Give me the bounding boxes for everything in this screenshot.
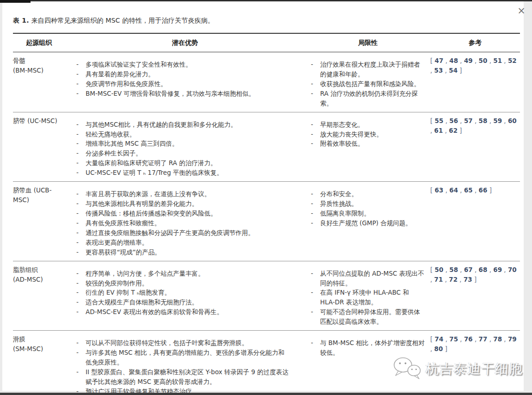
ref-separator: ,: [458, 266, 464, 273]
ref-link[interactable]: 56: [449, 117, 458, 124]
ref-link[interactable]: 51: [493, 57, 502, 64]
ref-separator: ,: [458, 117, 464, 124]
bullet-text: 分泌多种生长因子。: [86, 148, 290, 158]
ref-separator: ,: [473, 117, 479, 124]
ref-close-bracket: ]: [458, 67, 462, 74]
ref-open-bracket: [: [430, 186, 435, 194]
bullet-dash: -: [311, 209, 320, 218]
ref-link[interactable]: 52: [508, 57, 517, 64]
bullet-text: 传播风险低：移植后传播感染和突变的风险低。: [86, 209, 290, 218]
ref-link[interactable]: 65: [464, 186, 473, 194]
ref-link[interactable]: 53: [434, 67, 443, 74]
close-icon[interactable]: ×: [514, 4, 528, 18]
table-caption-text: 来自四种常见来源组织的 MSC 的特性，用于治疗关节炎疾病。: [29, 17, 214, 24]
ref-link[interactable]: 50: [479, 57, 488, 64]
bullet-item: -更容易获得“现成”的产品。: [76, 247, 290, 257]
ref-link[interactable]: 72: [449, 276, 458, 283]
ref-link[interactable]: 64: [449, 186, 458, 194]
bullet-dash: -: [76, 278, 86, 288]
table-caption: 表 1. 来自四种常见来源组织的 MSC 的特性，用于治疗关节炎疾病。: [13, 17, 214, 25]
ref-link[interactable]: 74: [435, 335, 444, 343]
ref-link[interactable]: 62: [449, 127, 458, 134]
ref-link[interactable]: 78: [493, 335, 502, 343]
advantages-list: -多项临床试验证实了安全性和有效性。-具有显着的差异化潜力。-免疫调节作用和低免…: [65, 60, 305, 99]
bullet-item: -轻松无痛地收获。: [76, 130, 290, 139]
ref-separator: ,: [443, 117, 449, 124]
bullet-item: -AD-MSC-EV 表现出有效的临床前软骨和骨再生。: [76, 307, 290, 317]
advantages-cell: -丰富且易于获取的来源，在道德上没有争议。-与其他来源相比具有明显的差异化能力。…: [65, 182, 305, 261]
bullet-dash: -: [76, 367, 86, 387]
advantages-cell: -可以从不同部位获得特定性状，包括子叶窝和盂唇旁滑膜。-与许多其他 MSC 相比…: [65, 331, 305, 395]
bullet-text: BM-MSC-EV 可增强骨和软骨修复，其功效与亲本细胞相似。: [86, 89, 290, 99]
bullet-text: AD-MSC-EV 表现出有效的临床前软骨和骨再生。: [86, 307, 290, 317]
ref-link[interactable]: 76: [464, 335, 473, 343]
bullet-dash: -: [311, 288, 320, 307]
bullet-item: -衍生的 EV 抑制 T ₕ细胞发育。: [76, 288, 290, 297]
ref-link[interactable]: 58: [479, 117, 488, 124]
advantages-list: -与其他MSC相比，具有优越的自我更新和多分化能力。-轻松无痛地收获。-增殖率比…: [65, 120, 305, 178]
bullet-item: -治疗效果在很大程度上取决于捐赠者的健康和年龄。: [311, 60, 425, 79]
bullet-dash: -: [311, 60, 320, 79]
table-row: 骨髓 (BM-MSC)-多项临床试验证实了安全性和有效性。-具有显着的差异化潜力…: [13, 52, 520, 112]
bullet-text: 异质性挑战。: [320, 199, 425, 209]
bullet-dash: -: [76, 89, 86, 99]
ref-link[interactable]: 79: [508, 335, 517, 343]
bullet-item: -通过直接免疫细胞接触和分泌因子产生更高的免疫调节作用。: [76, 228, 290, 238]
bullet-text: 分布和安全。: [320, 189, 425, 199]
ref-link[interactable]: 63: [435, 186, 444, 194]
bullet-dash: -: [76, 158, 86, 168]
ref-link[interactable]: 58: [449, 266, 458, 273]
ref-link[interactable]: 70: [508, 266, 517, 273]
bullet-item: -增殖率比其他 MSC 高三到四倍。: [76, 139, 290, 148]
bullet-item: -传播风险低：移植后传播感染和突变的风险低。: [76, 209, 290, 218]
bullet-dash: -: [311, 338, 320, 358]
bullet-item: -程序简单，访问方便，多个站点产量丰富。: [76, 269, 290, 278]
ref-separator: ,: [443, 57, 449, 64]
ref-link[interactable]: 48: [449, 57, 458, 64]
bullet-text: 更容易获得“现成”的产品。: [86, 247, 290, 257]
bullet-text: 具有显着的差异化潜力。: [86, 69, 290, 79]
ref-link[interactable]: 73: [464, 276, 472, 283]
ref-link[interactable]: 57: [464, 117, 473, 124]
ref-separator: ,: [443, 127, 449, 134]
bullet-text: 放大能力丧失得更快。: [320, 130, 425, 139]
limitations-list: -从不同位点提取的 AD-MSC 表现出不同的特征。-在高 IFN-γ 环境中 …: [305, 269, 430, 327]
bullet-text: 丰富且易于获取的来源，在道德上没有争议。: [86, 189, 290, 199]
ref-link[interactable]: 67: [464, 266, 473, 273]
bullet-dash: -: [311, 307, 320, 327]
ref-link[interactable]: 68: [479, 266, 488, 273]
column-header-origin: 起源组织: [13, 33, 65, 52]
bullet-text: 与许多其他 MSC 相比，具有更高的增殖能力、更强的多谱系分化能力和低免疫原性。: [86, 348, 290, 367]
bullet-text: 从不同位点提取的 AD-MSC 表现出不同的特征。: [320, 269, 425, 288]
bullet-dash: -: [76, 218, 86, 228]
bullet-dash: -: [76, 269, 86, 278]
ref-close-bracket: ]: [443, 345, 447, 352]
bullet-item: -与其他来源相比具有明显的差异化能力。: [76, 199, 290, 209]
ref-link[interactable]: 71: [434, 276, 443, 283]
ref-link[interactable]: 59: [493, 117, 502, 124]
ref-link[interactable]: 66: [479, 186, 488, 194]
tissue-cell: 脐带血 (UCB-MSC): [13, 182, 65, 261]
ref-link[interactable]: 55: [435, 117, 444, 124]
bullet-dash: -: [311, 139, 320, 148]
ref-link[interactable]: 47: [435, 57, 444, 64]
bullet-dash: -: [76, 297, 86, 307]
bullet-dash: -: [311, 199, 320, 209]
ref-link[interactable]: 54: [449, 67, 458, 74]
bullet-dash: -: [76, 79, 86, 89]
bullet-text: 多项临床试验证实了安全性和有效性。: [86, 60, 290, 69]
ref-link[interactable]: 61: [434, 127, 443, 134]
bullet-item: -与许多其他 MSC 相比，具有更高的增殖能力、更强的多谱系分化能力和低免疫原性…: [76, 348, 290, 367]
bullet-item: -收获挑战包括产量有限和感染风险。: [311, 79, 425, 89]
ref-open-bracket: [: [430, 266, 435, 273]
ref-link[interactable]: 49: [464, 57, 473, 64]
bullet-text: II 型胶原蛋白、聚集蛋白聚糖和性别决定区 Y-box 转录因子 9 的过度表达…: [86, 367, 290, 387]
ref-link[interactable]: 69: [493, 266, 502, 273]
bullet-text: 大量临床前和临床研究证明了 RA 的治疗潜力。: [86, 158, 290, 168]
ref-link[interactable]: 80: [434, 345, 443, 352]
ref-link[interactable]: 77: [479, 335, 488, 343]
ref-link[interactable]: 60: [508, 117, 517, 124]
bullet-text: RA 治疗功效的机制仍未得到充分探索。: [320, 89, 425, 108]
ref-link[interactable]: 50: [435, 266, 444, 273]
ref-link[interactable]: 75: [449, 335, 458, 343]
